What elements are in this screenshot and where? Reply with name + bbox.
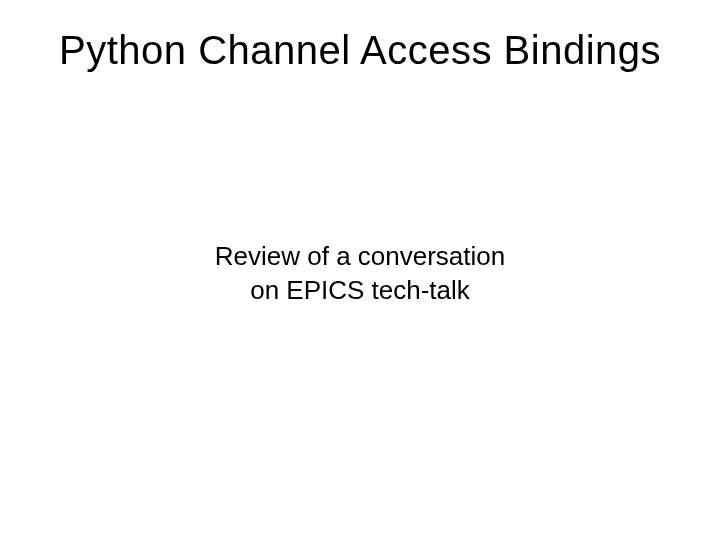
slide-subtitle: Review of a conversation on EPICS tech-t…	[0, 240, 720, 308]
slide-title: Python Channel Access Bindings	[28, 28, 692, 73]
subtitle-line-2: on EPICS tech-talk	[0, 274, 720, 308]
subtitle-line-1: Review of a conversation	[0, 240, 720, 274]
slide-container: Python Channel Access Bindings Review of…	[0, 0, 720, 540]
